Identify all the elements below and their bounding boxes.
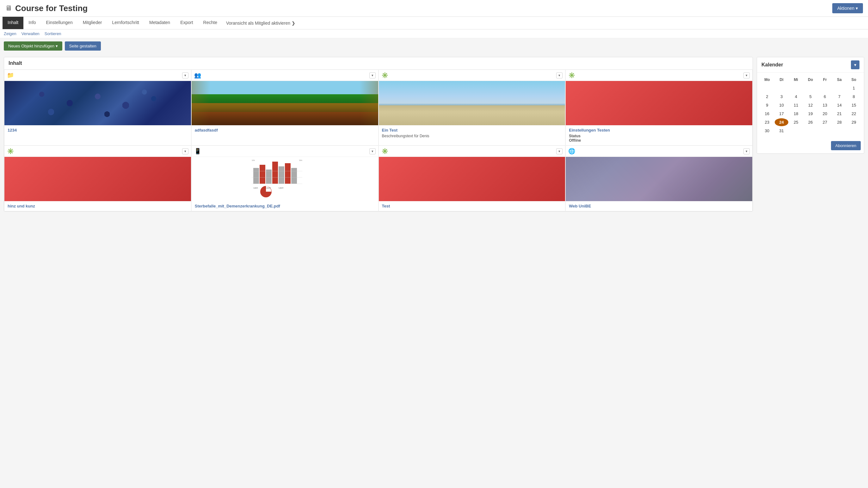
item-thumbnail: [566, 81, 752, 125]
tab-export[interactable]: Export: [175, 17, 198, 29]
sub-nav: Zeigen Verwalten Sortieren: [0, 29, 868, 38]
item-info: Sterbefalle_mit_Demenzerkrankung_DE.pdf: [192, 201, 378, 211]
cal-header-so: So: [847, 76, 861, 84]
item-info: 1234: [4, 125, 191, 135]
calendar-day[interactable]: 17: [775, 110, 788, 118]
svg-rect-1: [259, 165, 265, 184]
subnav-zeigen[interactable]: Zeigen: [4, 31, 17, 36]
list-item: ✳️ ▾ Test: [378, 146, 566, 211]
toolbar: Neues Objekt hinzufügen ▾ Seite gestalte…: [0, 38, 868, 54]
tab-rechte[interactable]: Rechte: [198, 17, 222, 29]
calendar-day[interactable]: 26: [804, 118, 817, 126]
calendar-day[interactable]: 20: [818, 110, 832, 118]
calendar-week-row: 23242526272829: [760, 118, 861, 126]
calendar-day[interactable]: 11: [789, 101, 803, 109]
calendar-day[interactable]: 23: [760, 118, 774, 126]
subscribe-button[interactable]: Abonnieren: [831, 141, 861, 150]
content-panel: Inhalt 📁 ▾ 1234 👥: [4, 57, 753, 212]
calendar-day[interactable]: 8: [847, 93, 861, 100]
item-menu-button[interactable]: ▾: [743, 148, 750, 154]
status-value: Offline: [569, 138, 581, 143]
calendar-day[interactable]: 19: [804, 110, 817, 118]
voransicht-link[interactable]: Voransicht als Mitglied aktivieren ❯: [222, 18, 299, 29]
svg-text:Label2: Label2: [266, 187, 271, 189]
calendar-day[interactable]: 28: [833, 118, 846, 126]
item-title[interactable]: 1234: [8, 128, 188, 132]
calendar-day: [847, 127, 861, 135]
item-header: ✳️ ▾: [4, 146, 191, 157]
design-page-button[interactable]: Seite gestalten: [65, 41, 101, 51]
item-title[interactable]: Test: [382, 204, 562, 208]
calendar-day[interactable]: 5: [804, 93, 817, 100]
cal-header-do: Do: [804, 76, 817, 84]
aktionen-button[interactable]: Aktionen ▾: [832, 3, 863, 13]
item-menu-button[interactable]: ▾: [556, 148, 562, 154]
tab-inhalt[interactable]: Inhalt: [3, 17, 23, 29]
calendar-day: [760, 84, 774, 92]
calendar-day: [818, 84, 832, 92]
item-menu-button[interactable]: ▾: [369, 148, 376, 154]
calendar-day[interactable]: 1: [847, 84, 861, 92]
calendar-day[interactable]: 30: [760, 127, 774, 135]
item-title[interactable]: adfasdfasdf: [195, 128, 375, 132]
calendar-day[interactable]: 15: [847, 101, 861, 109]
calendar-day[interactable]: 22: [847, 110, 861, 118]
calendar-day[interactable]: 12: [804, 101, 817, 109]
calendar-day[interactable]: 21: [833, 110, 846, 118]
calendar-toggle-button[interactable]: ▾: [851, 60, 860, 69]
globe-icon: 🌐: [568, 148, 575, 155]
add-object-button[interactable]: Neues Objekt hinzufügen ▾: [4, 41, 62, 51]
content-panel-title: Inhalt: [4, 57, 752, 69]
calendar-day: [775, 84, 788, 92]
item-menu-button[interactable]: ▾: [743, 72, 750, 79]
puzzle-icon: ✳️: [568, 72, 575, 79]
tab-einstellungen[interactable]: Einstellungen: [41, 17, 78, 29]
calendar-day[interactable]: 13: [818, 101, 832, 109]
list-item: ✳️ ▾ Ein Test Beschreibungstext für Deni…: [378, 69, 566, 146]
calendar-day[interactable]: 29: [847, 118, 861, 126]
item-title[interactable]: Sterbefalle_mit_Demenzerkrankung_DE.pdf: [195, 204, 375, 208]
calendar-day[interactable]: 6: [818, 93, 832, 100]
item-header: 📁 ▾: [4, 70, 191, 81]
item-menu-button[interactable]: ▾: [369, 72, 376, 79]
tab-metadaten[interactable]: Metadaten: [144, 17, 175, 29]
list-item: 📱 ▾: [191, 146, 378, 211]
item-title[interactable]: Ein Test: [382, 128, 562, 132]
calendar-day[interactable]: 7: [833, 93, 846, 100]
header-left: 🖥 Course for Testing: [5, 3, 88, 13]
calendar-day[interactable]: 25: [789, 118, 803, 126]
tab-lernfortschritt[interactable]: Lernfortschritt: [107, 17, 144, 29]
svg-rect-4: [279, 166, 284, 184]
calendar-day: [804, 84, 817, 92]
subscribe-row: Abonnieren: [757, 139, 864, 153]
list-item: ✳️ ▾ hinz und kunz: [4, 146, 191, 211]
calendar-day[interactable]: 31: [775, 127, 788, 135]
calendar-day[interactable]: 18: [789, 110, 803, 118]
calendar-day[interactable]: 16: [760, 110, 774, 118]
calendar-day[interactable]: 3: [775, 93, 788, 100]
svg-rect-0: [253, 168, 259, 184]
page-title: Course for Testing: [15, 3, 88, 13]
item-title[interactable]: Web UniBE: [569, 204, 749, 208]
tab-info[interactable]: Info: [23, 17, 41, 29]
calendar-day[interactable]: 27: [818, 118, 832, 126]
folder-icon: 📁: [7, 72, 14, 79]
tab-mitglieder[interactable]: Mitglieder: [78, 17, 107, 29]
item-title[interactable]: hinz und kunz: [8, 204, 188, 208]
calendar-day[interactable]: 14: [833, 101, 846, 109]
calendar-week-row: 16171819202122: [760, 110, 861, 118]
subnav-verwalten[interactable]: Verwalten: [22, 31, 39, 36]
top-header: 🖥 Course for Testing Aktionen ▾: [0, 0, 868, 17]
item-menu-button[interactable]: ▾: [182, 148, 188, 154]
calendar-day[interactable]: 2: [760, 93, 774, 100]
calendar-day[interactable]: 10: [775, 101, 788, 109]
item-thumbnail: [566, 157, 752, 201]
item-info: hinz und kunz: [4, 201, 191, 211]
item-title[interactable]: Einstellungen Testen: [569, 128, 749, 132]
item-menu-button[interactable]: ▾: [182, 72, 188, 79]
subnav-sortieren[interactable]: Sortieren: [44, 31, 61, 36]
item-menu-button[interactable]: ▾: [556, 72, 562, 79]
calendar-day[interactable]: 9: [760, 101, 774, 109]
calendar-day[interactable]: 4: [789, 93, 803, 100]
calendar-day[interactable]: 24: [775, 118, 788, 126]
